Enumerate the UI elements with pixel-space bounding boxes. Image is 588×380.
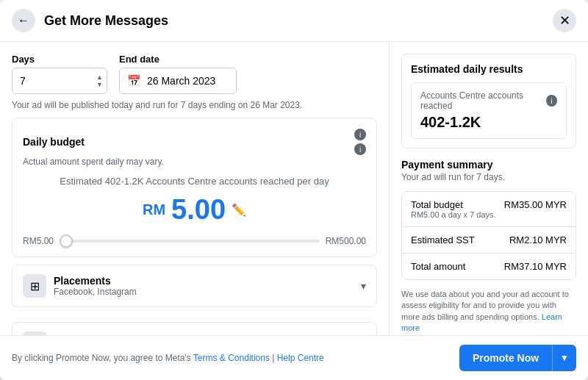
edit-amount-icon[interactable]: ✏️ — [232, 203, 246, 217]
promote-dropdown-button[interactable]: ▼ — [552, 345, 576, 371]
footer-text-prefix: By clicking Promote Now, you agree to Me… — [12, 353, 191, 363]
accounts-info-icon[interactable]: i — [546, 95, 557, 107]
payment-summary-title: Payment summary — [401, 159, 576, 171]
terms-link[interactable]: Terms & Conditions — [193, 353, 270, 363]
placement-content: Placements Facebook, Instagram — [54, 275, 361, 297]
results-inner: Accounts Centre accounts reached i 402-1… — [411, 82, 567, 139]
end-date-value: 26 March 2023 — [147, 75, 215, 87]
daily-budget-section: Daily budget i i Actual amount spent dai… — [12, 118, 377, 257]
date-row: Days ▲ ▼ End date 📅 26 March 2023 — [12, 54, 377, 94]
modal-footer: By clicking Promote Now, you agree to Me… — [0, 335, 588, 380]
calendar-icon: 📅 — [127, 74, 141, 87]
payment-summary: Payment summary Your ad will run for 7 d… — [401, 159, 576, 334]
spinner-down-icon[interactable]: ▼ — [96, 82, 103, 88]
disclaimer-text: We use data about you and your ad accoun… — [401, 289, 576, 334]
back-icon: ← — [18, 14, 29, 27]
spinner-up-icon[interactable]: ▲ — [96, 74, 103, 81]
currency-label: RM — [143, 201, 165, 218]
payment-summary-sub: Your ad will run for 7 days. — [401, 172, 576, 182]
budget-slider[interactable] — [60, 240, 320, 243]
date-picker[interactable]: 📅 26 March 2023 — [119, 68, 237, 94]
estimated-results-title: Estimated daily results — [411, 63, 567, 75]
estimated-sst-row: Estimated SST RM2.10 MYR — [402, 227, 576, 254]
total-budget-label: Total budget — [411, 199, 496, 210]
info-icon-bottom[interactable]: i — [354, 143, 366, 155]
promote-dropdown-arrow-icon: ▼ — [560, 353, 569, 363]
total-amount-label: Total amount — [411, 261, 465, 272]
results-inner-header: Accounts Centre accounts reached i — [420, 90, 557, 111]
placement-title: Placements — [54, 275, 361, 287]
close-icon: ✕ — [559, 12, 570, 29]
modal-header: ← Get More Messages ✕ — [0, 0, 588, 42]
payment-method-section[interactable]: ✏ Payment method ▾ — [12, 322, 377, 335]
estimated-sst-label: Estimated SST — [411, 234, 475, 245]
slider-row: RM5.00 RM500.00 — [23, 236, 366, 246]
total-budget-sub: RM5.00 a day x 7 days. — [411, 210, 496, 219]
end-date-label: End date — [119, 54, 237, 65]
days-field: Days ▲ ▼ — [12, 54, 107, 94]
accounts-value: 402-1.2K — [420, 114, 481, 130]
info-icon-top[interactable]: i — [354, 129, 366, 140]
payment-summary-card: Total budget RM5.00 a day x 7 days. RM35… — [401, 191, 576, 280]
get-more-messages-modal: ← Get More Messages ✕ Days ▲ ▼ — [0, 0, 588, 380]
left-panel: Days ▲ ▼ End date 📅 26 March 2023 — [0, 42, 390, 335]
slider-min-label: RM5.00 — [23, 236, 54, 246]
accounts-label: Accounts Centre accounts reached — [420, 90, 546, 111]
daily-budget-title: Daily budget — [23, 136, 85, 148]
back-button[interactable]: ← — [12, 9, 35, 32]
footer-separator: | — [272, 353, 274, 363]
footer-text: By clicking Promote Now, you agree to Me… — [12, 353, 452, 363]
total-budget-value: RM35.00 MYR — [504, 199, 567, 210]
modal-body: Days ▲ ▼ End date 📅 26 March 2023 — [0, 42, 588, 335]
spinner-arrows: ▲ ▼ — [96, 74, 103, 88]
daily-budget-header: Daily budget i i — [23, 129, 366, 155]
end-date-field: End date 📅 26 March 2023 — [119, 54, 237, 94]
help-centre-link[interactable]: Help Centre — [277, 353, 324, 363]
placement-sub: Facebook, Instagram — [54, 287, 361, 297]
slider-max-label: RM500.00 — [326, 236, 366, 246]
total-budget-row: Total budget RM5.00 a day x 7 days. RM35… — [402, 192, 576, 227]
placements-icon: ⊞ — [23, 274, 46, 298]
total-amount-value: RM37.10 MYR — [504, 261, 567, 272]
right-panel: Estimated daily results Accounts Centre … — [390, 42, 588, 335]
placements-section[interactable]: ⊞ Placements Facebook, Instagram ▾ — [12, 265, 377, 307]
days-input-wrapper: ▲ ▼ — [12, 68, 107, 94]
total-amount-row: Total amount RM37.10 MYR — [402, 254, 576, 279]
placements-chevron-icon: ▾ — [361, 280, 366, 292]
modal-title: Get More Messages — [44, 13, 553, 29]
ad-info-text: Your ad will be published today and run … — [12, 100, 377, 110]
days-label: Days — [12, 54, 107, 65]
promote-now-button[interactable]: Promote Now — [459, 345, 552, 371]
budget-amount-row: RM 5.00 ✏️ — [23, 194, 366, 226]
estimated-reach-text: Estimated 402-1.2K Accounts Centre accou… — [23, 176, 366, 187]
budget-subtitle: Actual amount spent daily may vary. — [23, 157, 366, 167]
promote-btn-group: Promote Now ▼ — [459, 345, 576, 371]
days-input[interactable] — [12, 68, 107, 94]
estimated-results-card: Estimated daily results Accounts Centre … — [401, 54, 576, 148]
amount-value: 5.00 — [171, 194, 226, 226]
total-budget-label-group: Total budget RM5.00 a day x 7 days. — [411, 199, 496, 219]
estimated-sst-value: RM2.10 MYR — [509, 234, 567, 245]
close-button[interactable]: ✕ — [553, 9, 576, 32]
